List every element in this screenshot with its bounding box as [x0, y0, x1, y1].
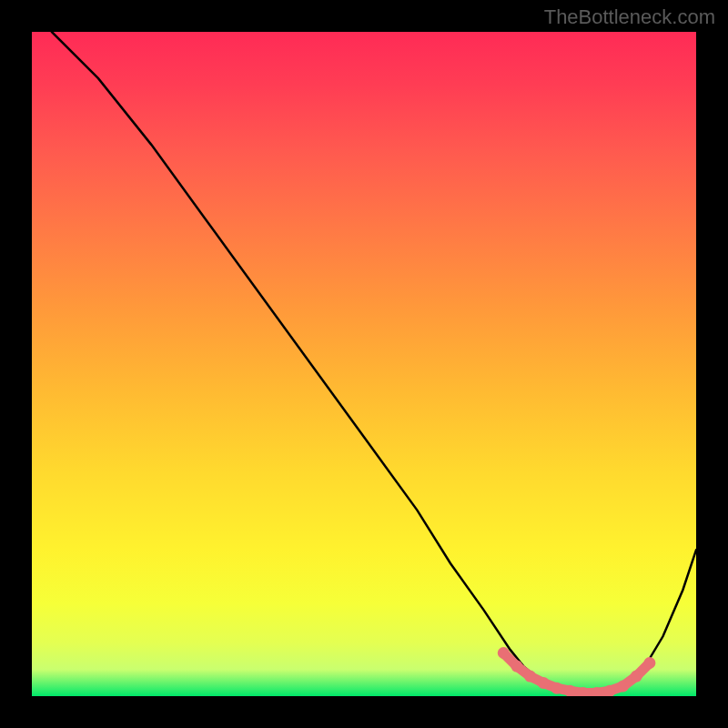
optimal-zone-point	[498, 647, 510, 659]
chart-plot-area	[32, 32, 696, 696]
optimal-zone-point	[643, 657, 655, 669]
chart-svg	[32, 32, 696, 696]
optimal-zone-point	[538, 677, 550, 689]
bottleneck-curve-line	[52, 32, 696, 694]
optimal-zone-point	[617, 681, 629, 693]
optimal-zone-point	[511, 661, 522, 672]
watermark-text: TheBottleneck.com	[544, 5, 715, 29]
optimal-zone-markers	[498, 647, 656, 696]
optimal-zone-point	[551, 682, 562, 694]
optimal-zone-point	[631, 671, 642, 682]
optimal-zone-point	[524, 671, 536, 682]
